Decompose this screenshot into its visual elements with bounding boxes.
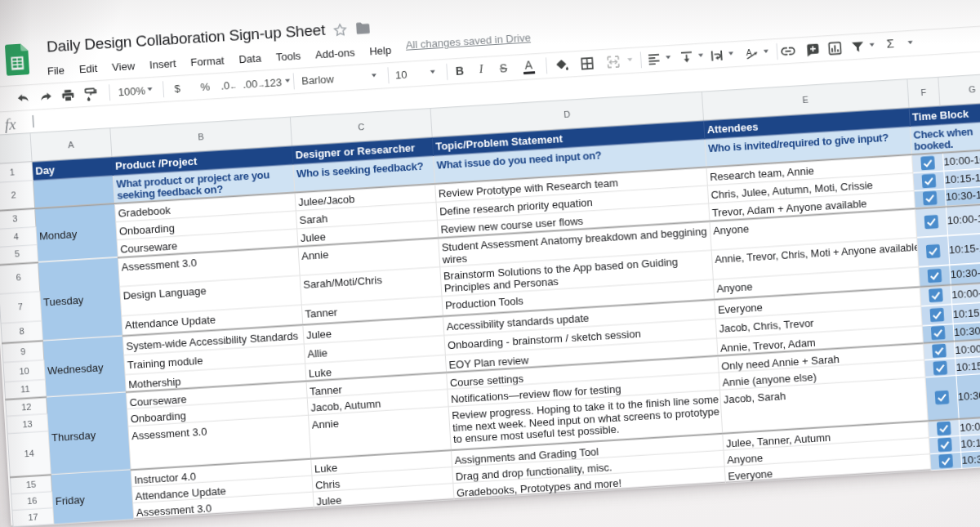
- svg-text:A: A: [746, 47, 752, 56]
